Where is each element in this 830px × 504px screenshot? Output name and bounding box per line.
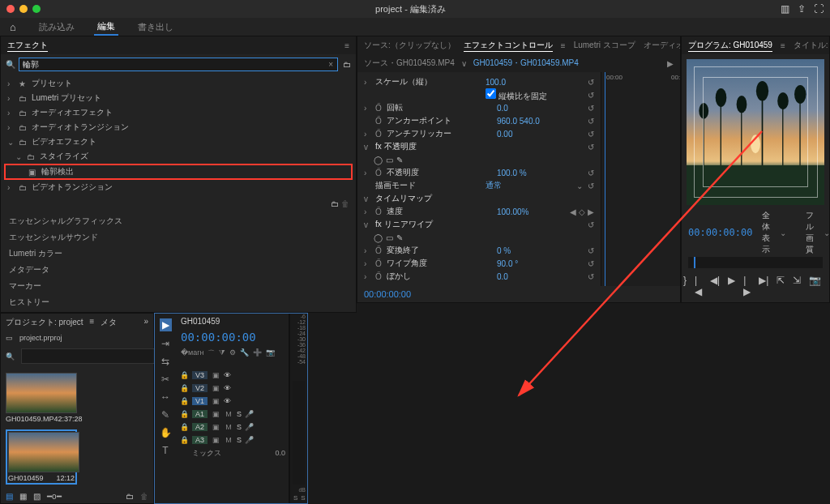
tree-presets[interactable]: ›★プリセット [4,76,353,91]
freeform-view-icon[interactable]: ▧ [33,492,41,501]
video-preview[interactable] [687,59,824,205]
reset-icon[interactable]: ↺ [588,78,594,87]
aspect-lock-checkbox[interactable] [486,88,496,99]
tab-import[interactable]: 読み込み [36,19,78,35]
minimize-icon[interactable] [19,5,28,13]
transport-controls: ▮ { } |◀ ◀| ▶ |▶ ▶| ⇱ ⇲ 📷 » ＋ [682,270,829,302]
sequence-name[interactable]: GH010459 [176,314,289,329]
tab-lumetri-scopes[interactable]: Lumetri スコープ [574,40,635,51]
tree-video-transitions[interactable]: ›🗀ビデオトランジション [4,180,353,194]
timeline-timecode[interactable]: 00:00:00:00 [176,329,289,345]
zoom-dropdown[interactable]: 全体表示 [762,210,770,255]
workspace-tabs: ⌂ 読み込み 編集 書き出し [0,18,830,36]
extract-icon[interactable]: ⇲ [793,275,801,297]
selection-tool-icon[interactable]: ▶ [160,318,172,331]
slip-tool-icon[interactable]: ↔ [160,391,170,403]
timeline-panel: ▶ ⇥ ⇆ ✂ ↔ ✎ ✋ T GH010459 00:00:00:00 �ма… [154,313,308,504]
sequence-clip-label[interactable]: GH010459・GH010459.MP4 [473,58,579,69]
window-controls[interactable] [6,5,41,13]
effect-controls-timecode[interactable]: 00:00:00:00 [357,286,680,302]
project-file-icon: ▭ [6,334,13,342]
audio-meters: -6 -12 -18 -24 -30 -36 -42 -48 -54 dB SS [289,314,307,503]
list-view-icon[interactable]: ▤ [6,492,13,501]
collapsed-panels-list: エッセンシャルグラフィックス エッセンシャルサウンド Lumetri カラー メ… [1,211,356,313]
new-bin-icon[interactable]: 🗀 [343,60,351,69]
step-forward-icon[interactable]: |▶ [743,275,751,297]
snap-icon[interactable]: �магн [181,348,203,359]
fullscreen-icon[interactable]: ⛶ [814,3,824,15]
track-select-tool-icon[interactable]: ⇥ [161,338,169,349]
timeline-tools: ▶ ⇥ ⇆ ✂ ↔ ✎ ✋ T [155,314,176,503]
go-out-icon[interactable]: ▶| [759,275,768,297]
program-monitor: プログラム: GH010459 ≡ タイトル:（タイトルなし） [681,36,830,303]
step-back-icon[interactable]: ◀| [710,275,720,297]
panel-essential-sound[interactable]: エッセンシャルサウンド [4,229,353,246]
effects-tree: ›★プリセット ›🗀Lumetri プリセット ›🗀オーディオエフェクト ›🗀オ… [1,75,356,196]
ripple-tool-icon[interactable]: ⇆ [161,356,169,367]
tab-export[interactable]: 書き出し [135,19,177,35]
linked-selection-icon[interactable]: ⌒ [208,348,215,359]
search-icon: 🔍 [6,60,15,69]
play-icon[interactable]: ▶ [728,275,735,297]
go-in-icon[interactable]: |◀ [695,275,702,297]
share-icon[interactable]: ⇪ [798,3,806,15]
panel-menu-icon[interactable]: ≡ [561,41,566,50]
panel-metadata[interactable]: メタデータ [4,262,353,278]
tree-audio-effects[interactable]: ›🗀オーディオエフェクト [4,105,353,120]
panel-history[interactable]: ヒストリー [4,294,353,310]
new-bin-icon[interactable]: 🗀 [331,199,339,208]
project-panel: プロジェクト: project ≡ メタ » ▭project.prproj 🔍… [0,313,154,504]
program-tc-left[interactable]: 00:00:00:00 [688,227,752,238]
tab-effects[interactable]: エフェクト [7,40,48,52]
play-only-icon[interactable]: ▶ [667,59,674,68]
window-title: project - 編集済み [41,3,781,15]
wrench-icon[interactable]: 🔧 [240,348,249,359]
pen-tool-icon[interactable]: ✎ [161,409,169,421]
ellipse-mask-icon[interactable]: ◯ [374,156,383,164]
close-icon[interactable] [6,5,15,13]
type-tool-icon[interactable]: T [162,445,168,456]
project-file-name: project.prproj [19,334,62,342]
bin-item[interactable]: GH01045912:12 [6,429,77,485]
hand-tool-icon[interactable]: ✋ [160,427,172,438]
tree-video-effects[interactable]: ⌄🗀ビデオエフェクト [4,135,353,149]
settings-icon[interactable]: ⚙ [229,348,236,359]
effect-controls-panel: ソース:（クリップなし） エフェクトコントロール ≡ Lumetri スコープ … [357,36,681,303]
razor-tool-icon[interactable]: ✂ [161,374,169,385]
tab-program[interactable]: プログラム: GH010459 [688,40,772,52]
tab-title[interactable]: タイトル:（タイトルなし） [794,40,830,51]
tree-lumetri-presets[interactable]: ›🗀Lumetri プリセット [4,91,353,105]
effects-search-input[interactable] [19,58,338,71]
zoom-slider[interactable]: ━o━ [47,492,62,501]
home-icon[interactable]: ⌂ [6,19,19,35]
tab-edit[interactable]: 編集 [94,19,118,36]
project-search-input[interactable] [21,348,166,364]
bin-item[interactable]: GH010459.MP42:37:28 [6,373,77,423]
marker-icon[interactable]: ⧩ [219,348,225,359]
effect-find-edges[interactable]: ▣輪郭検出 [4,164,353,180]
tab-project[interactable]: プロジェクト: project [6,317,83,328]
icon-view-icon[interactable]: ▦ [19,492,27,501]
trash-icon[interactable]: 🗑 [341,199,349,208]
clear-search-icon[interactable]: × [328,60,333,69]
export-frame-icon[interactable]: 📷 [809,275,821,297]
pen-mask-icon[interactable]: ✎ [396,156,403,164]
tab-audio-clip[interactable]: オーディオクリップ [644,40,681,51]
maximize-icon[interactable] [32,5,41,13]
program-scrubber[interactable] [688,257,823,268]
quality-dropdown[interactable]: フル画質 [806,210,814,255]
workspace-icon[interactable]: ▥ [781,3,789,15]
tree-audio-transitions[interactable]: ›🗀オーディオトランジション [4,120,353,135]
titlebar: project - 編集済み ▥ ⇪ ⛶ [0,0,830,18]
mark-out-icon[interactable]: } [683,275,687,297]
tree-stylize[interactable]: ⌄🗀スタイライズ [4,149,353,164]
panel-markers[interactable]: マーカー [4,278,353,294]
trash-icon[interactable]: 🗑 [140,492,148,501]
panel-lumetri-color[interactable]: Lumetri カラー [4,246,353,262]
effects-panel: エフェクト ≡ 🔍 × 🗀 ›★プリセット ›🗀Lumetri プリセット ›🗀… [0,36,357,313]
lift-icon[interactable]: ⇱ [777,275,785,297]
rect-mask-icon[interactable]: ▭ [386,156,393,164]
tab-source[interactable]: ソース:（クリップなし） [364,40,456,51]
tab-effect-controls[interactable]: エフェクトコントロール [464,40,553,52]
panel-essential-graphics[interactable]: エッセンシャルグラフィックス [4,213,353,229]
